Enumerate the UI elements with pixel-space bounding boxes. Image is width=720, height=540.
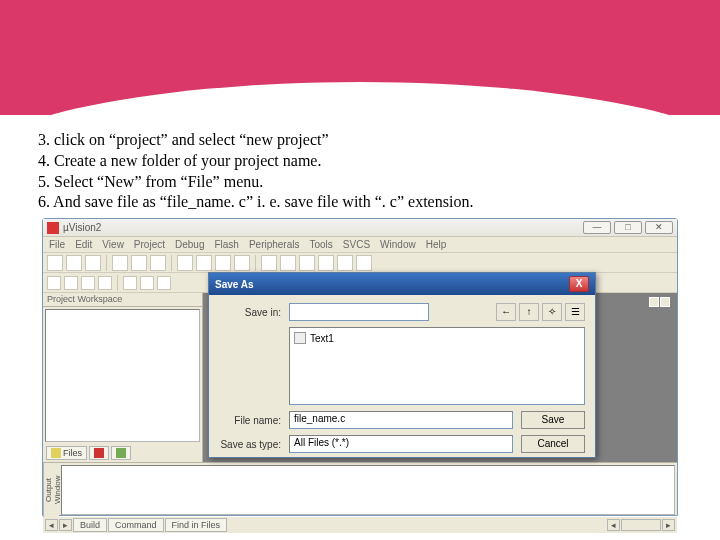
output-panel: Output Window [43, 463, 677, 517]
save-as-dialog: Save As X Save in: ← ↑ ✧ ☰ Text1 File na… [208, 272, 596, 458]
output-tab-find[interactable]: Find in Files [165, 518, 228, 532]
menu-peripherals[interactable]: Peripherals [249, 239, 300, 250]
output-tab-build[interactable]: Build [73, 518, 107, 532]
cancel-button[interactable]: Cancel [521, 435, 585, 453]
toolbar-button[interactable] [261, 255, 277, 271]
scroll-left-button[interactable]: ◂ [607, 519, 620, 531]
menu-view[interactable]: View [102, 239, 124, 250]
savein-dropdown[interactable] [289, 303, 429, 321]
toolbar-button[interactable] [66, 255, 82, 271]
nav-views-button[interactable]: ☰ [565, 303, 585, 321]
file-icon [294, 332, 306, 344]
saveas-label: Save as type: [219, 439, 281, 450]
toolbar-button[interactable] [318, 255, 334, 271]
toolbar-button[interactable] [280, 255, 296, 271]
workspace-tab-books[interactable] [111, 446, 131, 460]
menu-debug[interactable]: Debug [175, 239, 204, 250]
toolbar-button[interactable] [234, 255, 250, 271]
filename-input[interactable]: file_name.c [289, 411, 513, 429]
app-title: µVision2 [63, 222, 583, 233]
dialog-body: Save in: ← ↑ ✧ ☰ Text1 File name: file_n… [209, 295, 595, 467]
toolbar-separator [255, 255, 256, 271]
menu-flash[interactable]: Flash [214, 239, 238, 250]
folder-nav: ← ↑ ✧ ☰ [496, 303, 585, 321]
menu-project[interactable]: Project [134, 239, 165, 250]
toolbar-button[interactable] [85, 255, 101, 271]
regs-icon [94, 448, 104, 458]
output-tabs: ◂ ▸ Build Command Find in Files ◂ ▸ [43, 517, 677, 533]
saveas-value: All Files (*.*) [294, 437, 349, 448]
slide-content: 3. click on “project” and select “new pr… [38, 130, 688, 219]
toolbar-button[interactable] [215, 255, 231, 271]
scrollbar-group: ◂ ▸ [607, 519, 675, 531]
workspace-tabs: Files [43, 444, 202, 462]
scroll-right-button[interactable]: ▸ [662, 519, 675, 531]
toolbar-button[interactable] [81, 276, 95, 290]
menu-window[interactable]: Window [380, 239, 416, 250]
scrollbar-thumb[interactable] [621, 519, 661, 531]
window-controls: — □ ✕ [583, 221, 673, 234]
scroll-right-button[interactable]: ▸ [59, 519, 72, 531]
toolbar-button[interactable] [337, 255, 353, 271]
instruction-line: 4. Create a new folder of your project n… [38, 151, 688, 172]
output-body[interactable] [61, 465, 675, 515]
toolbar-1 [43, 253, 677, 273]
toolbar-button[interactable] [150, 255, 166, 271]
toolbar-button[interactable] [157, 276, 171, 290]
instruction-list: 3. click on “project” and select “new pr… [38, 130, 688, 213]
menu-tools[interactable]: Tools [310, 239, 333, 250]
menu-help[interactable]: Help [426, 239, 447, 250]
instruction-line: 6. And save file as “file_name. c” i. e.… [38, 192, 688, 213]
mdi-controls [649, 297, 673, 311]
nav-back-button[interactable]: ← [496, 303, 516, 321]
workspace-tree[interactable] [45, 309, 200, 442]
mdi-minimize[interactable] [649, 297, 659, 307]
file-item[interactable]: Text1 [294, 332, 580, 344]
file-name: Text1 [310, 333, 334, 344]
toolbar-button[interactable] [64, 276, 78, 290]
output-window-label: Output Window [43, 463, 59, 517]
close-button[interactable]: ✕ [645, 221, 673, 234]
toolbar-button[interactable] [356, 255, 372, 271]
toolbar-button[interactable] [131, 255, 147, 271]
output-tab-command[interactable]: Command [108, 518, 164, 532]
toolbar-button[interactable] [112, 255, 128, 271]
toolbar-button[interactable] [140, 276, 154, 290]
menu-file[interactable]: File [49, 239, 65, 250]
menu-edit[interactable]: Edit [75, 239, 92, 250]
books-icon [116, 448, 126, 458]
dialog-titlebar: Save As X [209, 273, 595, 295]
filename-label: File name: [219, 415, 281, 426]
nav-up-button[interactable]: ↑ [519, 303, 539, 321]
workspace-header: Project Workspace [43, 293, 202, 307]
filename-value: file_name.c [294, 413, 345, 424]
toolbar-button[interactable] [47, 276, 61, 290]
toolbar-button[interactable] [47, 255, 63, 271]
maximize-button[interactable]: □ [614, 221, 642, 234]
toolbar-button[interactable] [196, 255, 212, 271]
toolbar-button[interactable] [299, 255, 315, 271]
toolbar-button[interactable] [123, 276, 137, 290]
menubar: File Edit View Project Debug Flash Perip… [43, 237, 677, 253]
file-list[interactable]: Text1 [289, 327, 585, 405]
mdi-close[interactable] [660, 297, 670, 307]
dialog-close-button[interactable]: X [569, 276, 589, 292]
toolbar-separator [106, 255, 107, 271]
workspace-tab-label: Files [63, 448, 82, 458]
menu-svcs[interactable]: SVCS [343, 239, 370, 250]
instruction-line: 5. Select “New” from “File” menu. [38, 172, 688, 193]
ide-titlebar: µVision2 — □ ✕ [43, 219, 677, 237]
workspace-tab-regs[interactable] [89, 446, 109, 460]
scroll-left-button[interactable]: ◂ [45, 519, 58, 531]
nav-newfolder-button[interactable]: ✧ [542, 303, 562, 321]
toolbar-button[interactable] [177, 255, 193, 271]
instruction-line: 3. click on “project” and select “new pr… [38, 130, 688, 151]
minimize-button[interactable]: — [583, 221, 611, 234]
workspace-tab-files[interactable]: Files [46, 446, 87, 460]
project-workspace-panel: Project Workspace Files [43, 293, 203, 462]
saveas-type-dropdown[interactable]: All Files (*.*) [289, 435, 513, 453]
toolbar-button[interactable] [98, 276, 112, 290]
toolbar-separator [171, 255, 172, 271]
save-button[interactable]: Save [521, 411, 585, 429]
dialog-title: Save As [215, 279, 569, 290]
